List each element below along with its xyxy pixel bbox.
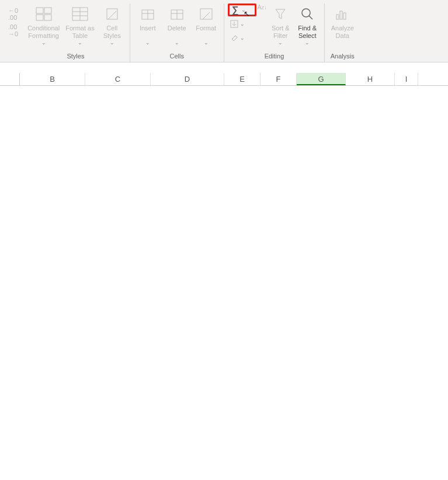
group-label-editing: Editing	[265, 51, 284, 61]
analyze-data-button[interactable]: Analyze Data	[328, 4, 356, 41]
svg-rect-15	[200, 9, 212, 19]
worksheet-area[interactable]: Use of Autosum Option Date Sales Rep Sal…	[0, 86, 448, 94]
ribbon-group-styles: Conditional Formatting ⌄ Format as Table…	[22, 4, 130, 62]
cursor-icon: ↖	[244, 9, 250, 18]
group-label-styles: Styles	[67, 51, 84, 61]
decimal-buttons: ←0.00 .00→0	[5, 4, 22, 37]
col-header-I[interactable]: I	[395, 73, 418, 85]
ribbon: ←0.00 .00→0 Conditional Formatting ⌄ For…	[0, 0, 448, 62]
sigma-icon: ∑	[231, 5, 240, 15]
insert-button[interactable]: Insert⌄	[134, 4, 162, 47]
svg-line-18	[309, 16, 312, 19]
group-label-analysis: Analysis	[331, 51, 355, 61]
format-icon	[197, 5, 216, 23]
cell-styles-button[interactable]: Cell Styles ⌄	[98, 4, 126, 47]
fill-down-icon	[230, 19, 239, 29]
column-headers: B C D E F G H I	[0, 73, 448, 86]
clear-button[interactable]: ⌄	[228, 32, 256, 44]
svg-rect-8	[107, 9, 117, 19]
eraser-icon	[230, 33, 239, 43]
decrease-decimal-icon[interactable]: ←0.00	[8, 7, 18, 21]
format-as-table-button[interactable]: Format as Table ⌄	[63, 4, 97, 47]
find-select-button[interactable]: Find & Select ⌄	[294, 4, 321, 47]
filter-icon	[271, 5, 290, 23]
svg-rect-19	[336, 15, 339, 19]
svg-rect-20	[340, 11, 342, 19]
delete-icon	[168, 5, 186, 23]
sort-filter-button[interactable]: Sort & Filter ⌄	[268, 4, 293, 47]
autosum-button[interactable]: ∑ ⌄ ↖	[228, 4, 256, 16]
fill-button[interactable]: ⌄	[228, 18, 256, 30]
col-header-E[interactable]: E	[224, 73, 261, 85]
svg-rect-1	[44, 8, 51, 13]
svg-point-17	[302, 9, 310, 17]
conditional-formatting-button[interactable]: Conditional Formatting ⌄	[25, 4, 62, 47]
group-label-cells: Cells	[169, 51, 183, 61]
svg-rect-2	[36, 15, 43, 20]
insert-icon	[138, 5, 157, 23]
col-header-G[interactable]: G	[297, 73, 346, 85]
sort-az-icon: AZ↓	[258, 5, 268, 11]
ribbon-group-cells: Insert⌄ Delete⌄ Format⌄ Cells	[130, 4, 224, 62]
conditional-formatting-icon	[34, 5, 53, 23]
col-header-F[interactable]: F	[261, 73, 297, 85]
svg-rect-0	[36, 8, 43, 13]
ribbon-group-analysis: Analyze Data Analysis	[325, 4, 360, 62]
format-button[interactable]: Format⌄	[192, 4, 220, 47]
col-header-B[interactable]: B	[20, 73, 85, 85]
svg-rect-3	[44, 15, 51, 20]
col-header-C[interactable]: C	[85, 73, 151, 85]
increase-decimal-icon[interactable]: .00→0	[8, 23, 18, 37]
magnifier-icon	[298, 5, 317, 23]
cell-styles-icon	[103, 5, 121, 23]
col-header-H[interactable]: H	[346, 73, 395, 85]
delete-button[interactable]: Delete⌄	[163, 4, 191, 47]
svg-rect-21	[343, 13, 346, 19]
col-header-D[interactable]: D	[151, 73, 224, 85]
format-as-table-icon	[71, 5, 89, 23]
analyze-icon	[333, 5, 352, 23]
ribbon-group-editing: ∑ ⌄ ↖ ⌄ ⌄ AZ↓	[224, 4, 325, 62]
